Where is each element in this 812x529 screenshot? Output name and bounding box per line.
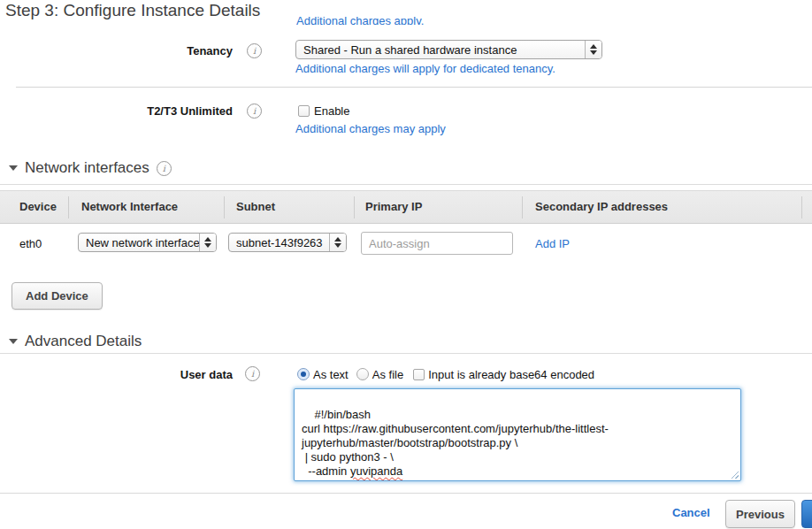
info-icon[interactable]: i bbox=[247, 43, 262, 58]
select-stepper-icon bbox=[585, 41, 601, 58]
column-header-network-interface: Network Interface bbox=[81, 191, 178, 223]
select-stepper-icon bbox=[329, 234, 346, 251]
network-interfaces-section-header: Network interfaces i bbox=[9, 159, 172, 177]
section-divider bbox=[0, 184, 812, 185]
arrow-up-icon bbox=[590, 44, 597, 49]
as-text-radio[interactable] bbox=[297, 368, 310, 380]
enable-checkbox-label: Enable bbox=[314, 104, 349, 118]
cancel-link[interactable]: Cancel bbox=[672, 506, 710, 519]
user-data-mode-controls: As text As file Input is already base64 … bbox=[297, 366, 594, 382]
network-interfaces-title: Network interfaces bbox=[25, 159, 149, 177]
advanced-details-section-header: Advanced Details bbox=[9, 333, 142, 350]
t2t3-unlimited-label: T2/T3 Unlimited bbox=[0, 104, 233, 118]
user-data-textarea[interactable]: #!/bin/bash curl https://raw.githubuserc… bbox=[294, 388, 741, 481]
section-divider bbox=[16, 87, 812, 88]
previous-button[interactable]: Previous bbox=[725, 500, 795, 528]
arrow-up-icon bbox=[334, 237, 341, 242]
advanced-details-title: Advanced Details bbox=[25, 333, 142, 350]
column-separator bbox=[224, 196, 225, 218]
footer-divider bbox=[0, 493, 812, 494]
clipped-link-wrap: Additional charges apply. bbox=[296, 12, 500, 25]
base64-checkbox[interactable] bbox=[413, 369, 425, 380]
column-header-subnet: Subnet bbox=[236, 191, 275, 223]
network-interface-select-value: New network interface bbox=[79, 236, 199, 249]
primary-ip-input[interactable] bbox=[361, 232, 513, 255]
as-file-radio[interactable] bbox=[356, 368, 369, 380]
user-data-label: User data bbox=[0, 368, 233, 381]
arrow-down-icon bbox=[204, 243, 211, 248]
info-icon[interactable]: i bbox=[247, 104, 262, 119]
page-title: Step 3: Configure Instance Details bbox=[5, 1, 260, 20]
additional-charges-apply-link[interactable]: Additional charges apply. bbox=[296, 14, 424, 25]
base64-checkbox-label: Input is already base64 encoded bbox=[428, 368, 594, 381]
arrow-down-icon bbox=[590, 50, 597, 55]
section-divider bbox=[0, 353, 812, 354]
column-header-secondary-ip: Secondary IP addresses bbox=[535, 191, 668, 223]
tenancy-select-value: Shared - Run a shared hardware instance bbox=[296, 43, 585, 57]
info-icon[interactable]: i bbox=[157, 161, 172, 176]
as-file-radio-label: As file bbox=[372, 368, 403, 381]
device-name: eth0 bbox=[19, 237, 42, 250]
subnet-select[interactable]: subnet-143f9263 bbox=[228, 233, 347, 252]
arrow-up-icon bbox=[204, 237, 211, 242]
enable-checkbox[interactable] bbox=[298, 105, 310, 117]
collapse-triangle-icon[interactable] bbox=[9, 339, 18, 344]
next-button[interactable] bbox=[801, 500, 812, 528]
user-data-misspelled-word: yuvipanda bbox=[350, 464, 402, 478]
collapse-triangle-icon[interactable] bbox=[9, 165, 18, 171]
dedicated-tenancy-charges-link[interactable]: Additional charges will apply for dedica… bbox=[295, 62, 555, 75]
tenancy-select[interactable]: Shared - Run a shared hardware instance bbox=[295, 40, 602, 59]
column-separator bbox=[68, 196, 69, 218]
info-icon[interactable]: i bbox=[245, 366, 260, 381]
column-header-primary-ip: Primary IP bbox=[365, 191, 422, 223]
column-header-device: Device bbox=[19, 191, 57, 223]
user-data-text: #!/bin/bash curl https://raw.githubuserc… bbox=[302, 408, 609, 478]
column-separator bbox=[801, 196, 802, 218]
additional-charges-may-apply-link[interactable]: Additional charges may apply bbox=[295, 122, 446, 135]
add-ip-link[interactable]: Add IP bbox=[535, 237, 570, 250]
column-separator bbox=[522, 196, 523, 218]
add-device-button[interactable]: Add Device bbox=[11, 282, 103, 310]
tenancy-label: Tenancy bbox=[0, 44, 233, 58]
network-interface-select[interactable]: New network interface bbox=[78, 233, 217, 252]
subnet-select-value: subnet-143f9263 bbox=[229, 236, 329, 249]
as-text-radio-label: As text bbox=[313, 368, 349, 381]
network-interfaces-table-header: Device Network Interface Subnet Primary … bbox=[0, 190, 812, 224]
resize-grip-icon[interactable] bbox=[730, 470, 739, 479]
column-separator bbox=[354, 196, 355, 218]
select-stepper-icon bbox=[199, 234, 216, 251]
arrow-down-icon bbox=[334, 243, 341, 248]
configure-instance-page: Step 3: Configure Instance Details Addit… bbox=[0, 0, 812, 529]
